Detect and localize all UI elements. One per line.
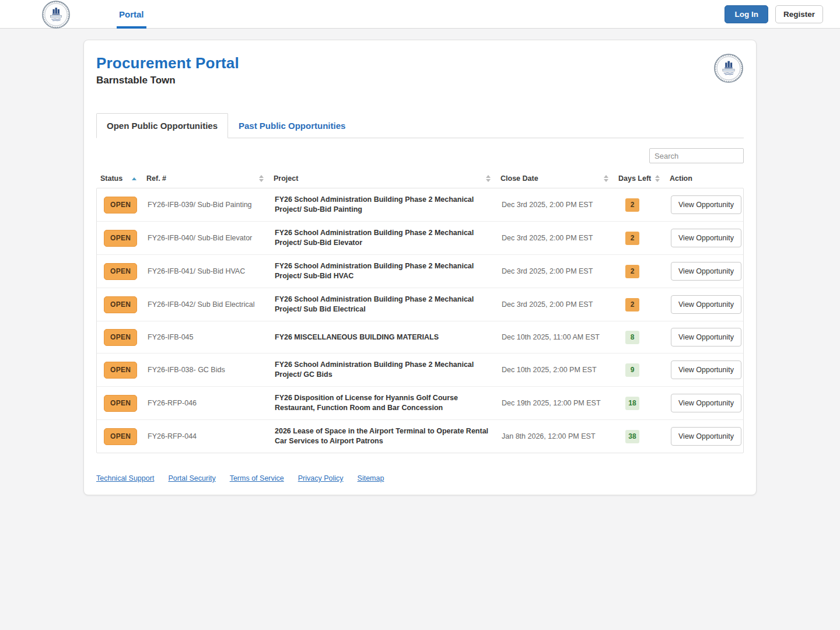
sort-ascending-icon [132,177,136,180]
ref-cell: FY26-RFP-044 [143,432,270,442]
days-left-badge: 8 [625,331,639,344]
project-cell: 2026 Lease of Space in the Airport Termi… [270,426,497,446]
nav-portal-label: Portal [119,9,144,19]
footer-link-privacy-policy[interactable]: Privacy Policy [298,474,344,482]
view-opportunity-button[interactable]: View Opportunity [671,262,741,281]
column-header-status[interactable]: Status [96,174,142,183]
search-row [96,148,744,163]
ref-cell: FY26-IFB-041/ Sub-Bid HVAC [143,267,270,276]
status-badge: OPEN [104,263,137,280]
town-seal-logo[interactable] [42,1,70,29]
close-date-cell: Dec 3rd 2025, 2:00 PM EST [497,200,615,210]
page-subtitle: Barnstable Town [96,75,744,86]
page-title: Procurement Portal [96,54,744,72]
table-row: OPEN FY26-RFP-044 2026 Lease of Space in… [97,419,743,453]
table-row: OPEN FY26-IFB-041/ Sub-Bid HVAC FY26 Sch… [97,254,743,288]
close-date-cell: Dec 3rd 2025, 2:00 PM EST [497,233,615,243]
status-badge: OPEN [104,197,137,214]
view-opportunity-button[interactable]: View Opportunity [671,195,741,214]
days-left-badge: 2 [625,298,639,312]
project-cell: FY26 School Administration Building Phas… [270,295,497,314]
project-cell: FY26 School Administration Building Phas… [270,261,497,281]
close-date-cell: Dec 3rd 2025, 2:00 PM EST [497,267,615,276]
table-row: OPEN FY26-IFB-038- GC Bids FY26 School A… [97,353,743,386]
footer-link-technical-support[interactable]: Technical Support [96,474,154,482]
ref-cell: FY26-IFB-039/ Sub-Bid Painting [143,200,270,210]
view-opportunity-button[interactable]: View Opportunity [671,427,741,446]
column-header-close-date[interactable]: Close Date [496,174,614,183]
view-opportunity-button[interactable]: View Opportunity [671,295,741,314]
procurement-portal-card: Procurement Portal Barnstable Town Open … [83,40,757,495]
project-cell: FY26 MISCELLANEOUS BUILDING MATERIALS [270,332,497,342]
sort-icon [259,175,264,182]
search-input[interactable] [649,148,744,163]
days-left-badge: 2 [625,232,639,245]
view-opportunity-button[interactable]: View Opportunity [671,360,741,379]
ref-cell: FY26-IFB-040/ Sub-Bid Elevator [143,233,270,243]
town-seal-image [714,54,743,83]
project-cell: FY26 Disposition of License for Hyannis … [270,393,497,413]
table-row: OPEN FY26-RFP-046 FY26 Disposition of Li… [97,386,743,419]
sort-icon [604,175,608,182]
table-row: OPEN FY26-IFB-040/ Sub-Bid Elevator FY26… [97,221,743,254]
days-left-badge: 2 [625,198,639,212]
table-header: Status Ref. # Project Close Date Days Le… [96,169,744,188]
footer-link-sitemap[interactable]: Sitemap [358,474,384,482]
status-badge: OPEN [104,329,137,346]
register-button[interactable]: Register [775,5,823,23]
ref-cell: FY26-IFB-042/ Sub Bid Electrical [143,300,270,310]
view-opportunity-button[interactable]: View Opportunity [671,328,741,346]
status-badge: OPEN [104,296,137,313]
tab-past-public-opportunities[interactable]: Past Public Opportunities [228,113,356,138]
column-header-ref[interactable]: Ref. # [142,174,270,183]
status-badge: OPEN [104,362,137,379]
project-cell: FY26 School Administration Building Phas… [270,228,497,248]
table-row: OPEN FY26-IFB-045 FY26 MISCELLANEOUS BUI… [97,321,743,353]
project-cell: FY26 School Administration Building Phas… [270,360,497,380]
status-badge: OPEN [104,428,137,445]
footer-link-portal-security[interactable]: Portal Security [168,474,215,482]
ref-cell: FY26-RFP-046 [143,398,270,408]
sort-icon [486,175,491,182]
close-date-cell: Dec 10th 2025, 2:00 PM EST [497,365,615,375]
tab-open-public-opportunities[interactable]: Open Public Opportunities [96,113,228,138]
days-left-badge: 2 [625,265,639,278]
ref-cell: FY26-IFB-045 [143,332,270,342]
view-opportunity-button[interactable]: View Opportunity [671,229,741,247]
footer-link-terms-of-service[interactable]: Terms of Service [230,474,284,482]
project-cell: FY26 School Administration Building Phas… [270,195,497,215]
nav-portal-link[interactable]: Portal [117,0,146,29]
close-date-cell: Jan 8th 2026, 12:00 PM EST [497,432,615,442]
table-row: OPEN FY26-IFB-042/ Sub Bid Electrical FY… [97,288,743,321]
column-header-project[interactable]: Project [270,174,496,183]
opportunities-table-body: OPEN FY26-IFB-039/ Sub-Bid Painting FY26… [96,188,744,453]
days-left-badge: 9 [625,363,639,377]
view-opportunity-button[interactable]: View Opportunity [671,394,741,412]
table-row: OPEN FY26-IFB-039/ Sub-Bid Painting FY26… [97,188,743,221]
days-left-badge: 38 [625,430,639,443]
tab-bar: Open Public Opportunities Past Public Op… [96,113,744,138]
status-badge: OPEN [104,395,137,412]
days-left-badge: 18 [625,397,639,410]
footer-links: Technical Support Portal Security Terms … [96,474,744,482]
login-button[interactable]: Log In [724,5,768,23]
top-navigation-bar: Portal Log In Register [0,0,840,29]
nav-actions: Log In Register [724,0,823,29]
close-date-cell: Dec 19th 2025, 12:00 PM EST [497,398,615,408]
ref-cell: FY26-IFB-038- GC Bids [143,365,270,375]
close-date-cell: Dec 10th 2025, 11:00 AM EST [497,332,615,342]
close-date-cell: Dec 3rd 2025, 2:00 PM EST [497,300,615,310]
status-badge: OPEN [104,230,137,247]
sort-icon [655,175,660,182]
column-header-action: Action [666,174,744,183]
column-header-days-left[interactable]: Days Left [614,174,666,183]
